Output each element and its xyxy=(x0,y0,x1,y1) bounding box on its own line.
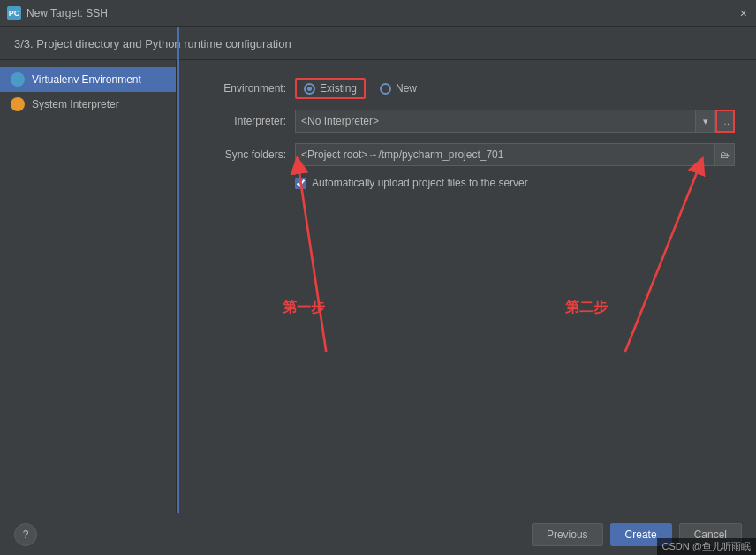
sidebar-item-virtualenv[interactable]: Virtualenv Environment xyxy=(0,67,176,92)
svg-line-1 xyxy=(625,164,700,352)
new-radio-label[interactable]: New xyxy=(380,82,417,95)
interpreter-label: Interpreter: xyxy=(198,115,295,127)
sync-folders-input-group: 🗁 xyxy=(295,143,735,166)
sync-folders-browse-btn[interactable]: 🗁 xyxy=(715,143,735,166)
close-button[interactable]: × xyxy=(740,7,747,19)
sidebar-item-virtualenv-label: Virtualenv Environment xyxy=(32,73,141,86)
annotation-step1: 第一步 xyxy=(283,299,325,317)
sync-folders-control: 🗁 xyxy=(295,143,735,166)
auto-upload-label[interactable]: Automatically upload project files to th… xyxy=(312,177,528,189)
content-area: Virtualenv Environment System Interprete… xyxy=(0,60,756,513)
title-bar-text: New Target: SSH xyxy=(26,7,108,19)
auto-upload-row: Automatically upload project files to th… xyxy=(295,177,735,189)
step-header: 3/3. Project directory and Python runtim… xyxy=(0,27,756,60)
title-bar: PC New Target: SSH × xyxy=(0,0,756,27)
interpreter-input[interactable] xyxy=(295,110,696,133)
previous-button[interactable]: Previous xyxy=(532,523,603,546)
new-radio-button[interactable] xyxy=(380,83,391,95)
environment-control: Existing New xyxy=(295,78,735,99)
app-icon: PC xyxy=(7,6,21,20)
auto-upload-checkbox[interactable] xyxy=(295,178,306,189)
existing-radio-highlight: Existing xyxy=(295,78,366,99)
interpreter-input-group: ▾ … xyxy=(295,110,735,133)
watermark: CSDN @鱼儿听雨眠 xyxy=(657,538,756,555)
sync-folders-label: Sync folders: xyxy=(198,148,295,161)
virtualenv-icon xyxy=(11,72,25,87)
sidebar-item-system-label: System Interpreter xyxy=(32,98,119,110)
sidebar-item-system[interactable]: System Interpreter xyxy=(0,92,176,117)
sync-folders-row: Sync folders: 🗁 xyxy=(198,143,735,166)
left-accent-bar xyxy=(177,27,179,513)
sidebar: Virtualenv Environment System Interprete… xyxy=(0,60,177,513)
annotation-step2: 第二步 xyxy=(565,299,608,317)
footer: ? Previous Create Cancel xyxy=(0,513,756,555)
existing-radio-label[interactable]: Existing xyxy=(304,82,357,95)
environment-radio-group: Existing New xyxy=(295,78,417,99)
svg-line-0 xyxy=(299,164,327,352)
dialog-body: 3/3. Project directory and Python runtim… xyxy=(0,27,756,555)
interpreter-dropdown-btn[interactable]: ▾ xyxy=(696,110,715,133)
system-icon xyxy=(11,97,25,111)
interpreter-control: ▾ … xyxy=(295,110,735,133)
environment-row: Environment: Existing New xyxy=(198,78,735,99)
environment-label: Environment: xyxy=(198,82,295,95)
interpreter-row: Interpreter: ▾ … xyxy=(198,110,735,133)
help-button[interactable]: ? xyxy=(14,523,37,546)
sync-folders-input[interactable] xyxy=(295,143,715,166)
interpreter-browse-btn[interactable]: … xyxy=(715,110,735,133)
main-panel: Environment: Existing New xyxy=(177,60,756,513)
existing-radio-button[interactable] xyxy=(304,83,315,95)
